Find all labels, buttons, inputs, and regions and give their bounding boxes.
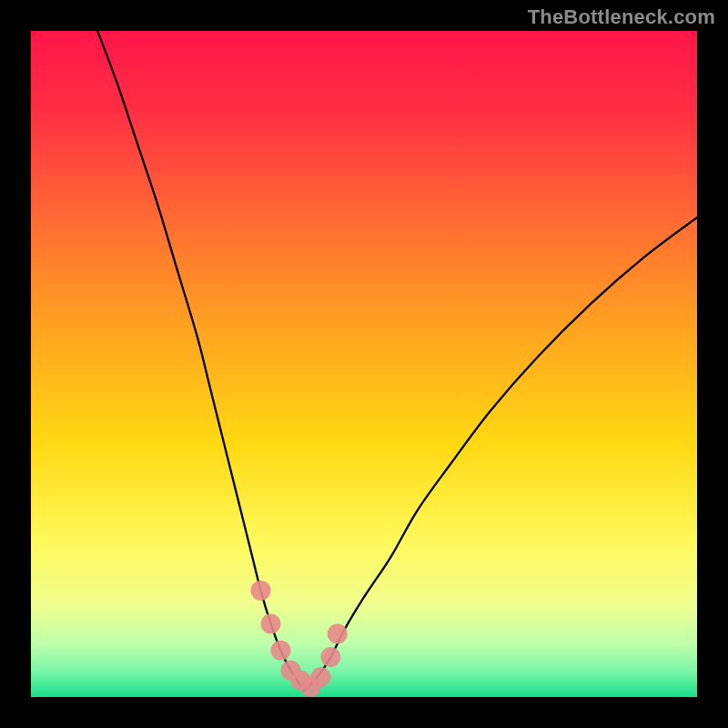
plot-area bbox=[31, 31, 697, 697]
svg-rect-0 bbox=[31, 31, 697, 697]
background-gradient bbox=[31, 31, 697, 697]
watermark-text: TheBottleneck.com bbox=[528, 5, 715, 29]
chart-frame: TheBottleneck.com bbox=[0, 0, 728, 728]
